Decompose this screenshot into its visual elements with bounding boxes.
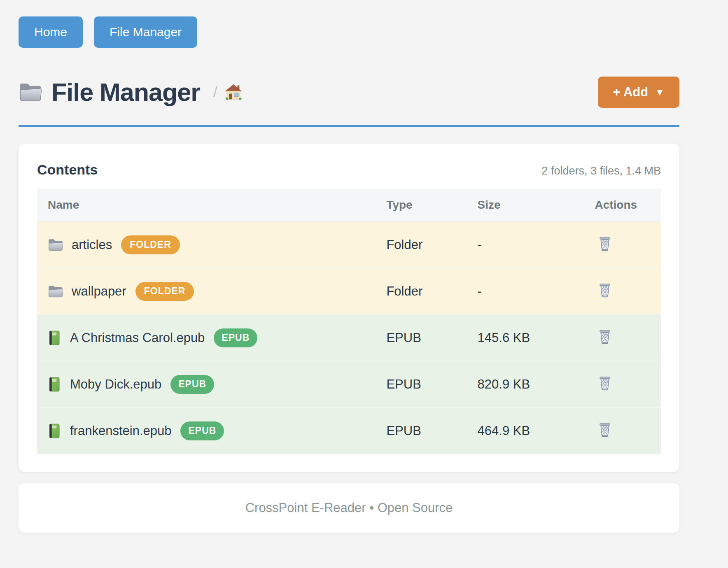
type-badge: FOLDER bbox=[135, 282, 194, 301]
breadcrumb: / bbox=[213, 83, 243, 101]
file-type: EPUB bbox=[386, 407, 477, 454]
file-type: Folder bbox=[386, 268, 477, 314]
file-size: 820.9 KB bbox=[478, 361, 595, 407]
file-size: 145.6 KB bbox=[478, 314, 595, 361]
file-size: 464.9 KB bbox=[478, 407, 595, 454]
delete-button[interactable] bbox=[596, 421, 614, 440]
title-group: File Manager / bbox=[19, 78, 243, 107]
table-row[interactable]: frankenstein.epub EPUB EPUB 464.9 KB bbox=[37, 407, 661, 454]
page-title: File Manager bbox=[51, 78, 200, 107]
nav-file-manager-button[interactable]: File Manager bbox=[94, 16, 197, 48]
column-header-size: Size bbox=[478, 189, 595, 221]
file-name: wallpaper bbox=[72, 284, 126, 299]
trash-icon bbox=[598, 422, 612, 438]
trash-icon bbox=[598, 329, 612, 345]
page-header: File Manager / + Add ▼ bbox=[19, 77, 679, 108]
file-name: frankenstein.epub bbox=[70, 424, 171, 438]
table-row[interactable]: articles FOLDER Folder - bbox=[37, 221, 661, 268]
folder-icon bbox=[48, 238, 63, 252]
delete-button[interactable] bbox=[596, 374, 614, 393]
table-row[interactable]: wallpaper FOLDER Folder - bbox=[37, 268, 661, 314]
caret-down-icon: ▼ bbox=[655, 86, 665, 98]
breadcrumb-separator: / bbox=[213, 84, 217, 101]
file-size: - bbox=[478, 268, 595, 314]
files-table: Name Type Size Actions ar bbox=[37, 189, 661, 454]
file-size: - bbox=[478, 221, 595, 268]
type-badge: EPUB bbox=[180, 421, 224, 440]
contents-table-body: articles FOLDER Folder - bbox=[37, 221, 661, 454]
table-row[interactable]: A Christmas Carol.epub EPUB EPUB 145.6 K… bbox=[37, 314, 661, 361]
trash-icon bbox=[598, 283, 612, 298]
title-divider bbox=[19, 125, 679, 127]
book-icon bbox=[48, 330, 62, 346]
contents-summary: 2 folders, 3 files, 1.4 MB bbox=[541, 165, 661, 177]
folder-icon bbox=[48, 284, 63, 298]
book-icon bbox=[48, 423, 62, 439]
column-header-actions: Actions bbox=[595, 189, 661, 221]
delete-button[interactable] bbox=[596, 281, 614, 300]
folder-icon bbox=[19, 81, 42, 103]
top-nav: Home File Manager bbox=[19, 16, 679, 48]
page: Home File Manager File Manager / bbox=[19, 0, 679, 533]
delete-button[interactable] bbox=[596, 235, 614, 254]
contents-card: Contents 2 folders, 3 files, 1.4 MB Name… bbox=[19, 144, 679, 472]
footer: CrossPoint E-Reader • Open Source bbox=[19, 483, 679, 533]
add-button-label: + Add bbox=[613, 85, 648, 100]
type-badge: EPUB bbox=[170, 375, 214, 394]
trash-icon bbox=[598, 376, 612, 391]
column-header-name: Name bbox=[37, 189, 386, 221]
file-type: Folder bbox=[386, 221, 477, 268]
table-row[interactable]: Moby Dick.epub EPUB EPUB 820.9 KB bbox=[37, 361, 661, 407]
delete-button[interactable] bbox=[596, 328, 614, 347]
book-icon bbox=[48, 377, 62, 392]
file-type: EPUB bbox=[386, 361, 477, 407]
file-name: Moby Dick.epub bbox=[70, 377, 161, 392]
file-name: articles bbox=[72, 237, 112, 252]
file-type: EPUB bbox=[386, 314, 477, 361]
contents-heading: Contents bbox=[37, 162, 98, 178]
table-header-row: Name Type Size Actions bbox=[37, 189, 661, 221]
type-badge: FOLDER bbox=[121, 235, 180, 254]
house-icon[interactable] bbox=[224, 83, 243, 101]
trash-icon bbox=[598, 236, 612, 252]
contents-card-header: Contents 2 folders, 3 files, 1.4 MB bbox=[37, 162, 661, 178]
column-header-type: Type bbox=[386, 189, 477, 221]
add-button[interactable]: + Add ▼ bbox=[598, 77, 679, 108]
footer-text: CrossPoint E-Reader • Open Source bbox=[245, 500, 453, 515]
nav-home-button[interactable]: Home bbox=[19, 16, 83, 48]
file-name: A Christmas Carol.epub bbox=[70, 331, 205, 345]
type-badge: EPUB bbox=[214, 328, 257, 347]
